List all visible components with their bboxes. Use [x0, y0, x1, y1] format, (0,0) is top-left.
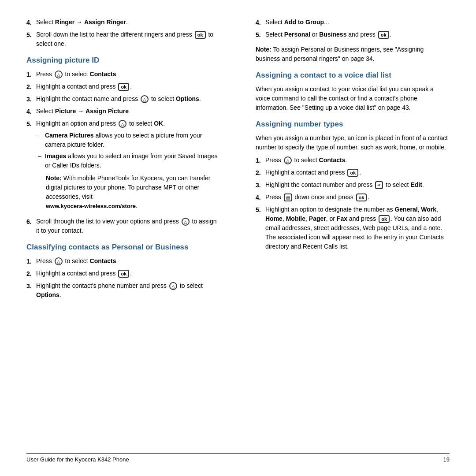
- note-label: Note:: [256, 46, 271, 53]
- sub-list: – Camera Pictures allows you to select a…: [36, 131, 220, 170]
- step-item: 2. Highlight a contact and press ok.: [256, 168, 450, 178]
- scroll-icon: ▤: [284, 193, 292, 201]
- step-num: 5.: [26, 119, 36, 214]
- menu-icon: △: [55, 257, 63, 265]
- bold-text: Options: [176, 95, 199, 102]
- sub-dash: –: [36, 152, 45, 170]
- step-item: 3. Highlight the contact number and pres…: [256, 180, 450, 190]
- step-content: Press ▤ down once and press ok.: [265, 193, 450, 202]
- step-num: 3.: [26, 94, 36, 104]
- bold-text: Ringer: [55, 19, 74, 26]
- step-num: 1.: [256, 156, 265, 165]
- step-num: 5.: [256, 205, 265, 251]
- step-num: 5.: [26, 30, 36, 48]
- ok-icon: ok: [356, 193, 367, 201]
- ok-icon: ok: [379, 215, 390, 223]
- menu-icon: △: [169, 282, 177, 290]
- voice-dial-body: When you assign a contact to your voice …: [256, 85, 450, 112]
- menu-icon: △: [141, 95, 149, 103]
- bold-text: Work: [421, 206, 436, 213]
- column-right: 4. Select Add to Group... 5. Select Pers…: [247, 18, 450, 446]
- step-content: Highlight a contact and press ok.: [36, 82, 220, 92]
- step-num: 4.: [26, 18, 36, 27]
- step-content: Highlight an option and press △ to selec…: [36, 119, 220, 214]
- sub-item: – Images allows you to select an image f…: [36, 152, 220, 170]
- step-num: 1.: [26, 257, 36, 266]
- step-content: Scroll through the list to view your opt…: [36, 217, 220, 235]
- note-block: Note: With mobile PhoneTools for Kyocera…: [46, 174, 220, 211]
- step-item: 1. Press △ to select Contacts.: [26, 70, 220, 79]
- step-content: Highlight an option to designate the num…: [265, 205, 450, 251]
- sub-content: Images allows you to select an image fro…: [45, 152, 220, 170]
- step-num: 3.: [26, 281, 36, 300]
- bold-text: Add to Group: [284, 19, 324, 26]
- step-item: 3. Highlight the contact's phone number …: [26, 281, 220, 300]
- step-num: 2.: [26, 82, 36, 92]
- step-item: 2. Highlight a contact and press ok.: [26, 82, 220, 92]
- bold-text: Contacts: [319, 156, 346, 164]
- bold-text: Options: [36, 291, 60, 298]
- bold-text: Picture: [55, 108, 76, 115]
- step-item: 1. Press △ to select Contacts.: [26, 257, 220, 266]
- phone-icon: ↫: [375, 181, 383, 189]
- step-item: 4. Press ▤ down once and press ok.: [256, 193, 450, 202]
- sub-dash: –: [36, 131, 45, 149]
- bold-text: Edit: [410, 181, 422, 188]
- bold-text: Images: [45, 152, 66, 160]
- bold-text: OK: [154, 120, 163, 127]
- step-item: 4. Select Ringer → Assign Ringer.: [26, 18, 220, 27]
- bold-text: Assign Picture: [86, 108, 129, 115]
- menu-icon: △: [182, 218, 190, 226]
- step-content: Select Add to Group...: [265, 18, 450, 27]
- bold-text: Fax: [337, 215, 347, 222]
- ok-icon: ok: [118, 83, 129, 91]
- bold-text: Assign Ringer: [84, 19, 126, 26]
- step-item: 5. Highlight an option and press △ to se…: [26, 119, 220, 214]
- step-item: 4. Select Picture → Assign Picture: [26, 107, 220, 116]
- step-content: Select Personal or Business and press ok…: [265, 30, 450, 40]
- step-num: 2.: [26, 269, 36, 279]
- ok-icon: ok: [347, 169, 358, 177]
- step-content: Scroll down the list to hear the differe…: [36, 30, 220, 48]
- content-area: 4. Select Ringer → Assign Ringer. 5. Scr…: [26, 18, 450, 446]
- step-content: Highlight the contact number and press ↫…: [265, 180, 450, 190]
- step-content: Highlight the contact name and press △ t…: [36, 94, 220, 104]
- bold-text: Camera Pictures: [45, 132, 94, 139]
- step-num: 4.: [256, 193, 265, 202]
- website-link: www.kyocera-wireless.com/store: [46, 203, 136, 209]
- sub-content: Camera Pictures allows you to select a p…: [45, 131, 220, 149]
- intro-steps-right: 4. Select Add to Group... 5. Select Pers…: [256, 18, 450, 40]
- ok-icon: ok: [195, 31, 206, 39]
- bold-text: Contacts: [90, 257, 116, 264]
- step-num: 4.: [256, 18, 265, 27]
- number-types-steps: 1. Press △ to select Contacts. 2. Highli…: [256, 156, 450, 251]
- bold-text: General: [394, 206, 417, 213]
- menu-icon: △: [119, 120, 126, 128]
- menu-icon: △: [284, 156, 292, 164]
- note-label: Note:: [46, 175, 62, 182]
- step-num: 6.: [26, 217, 36, 235]
- section-title-picture-id: Assigning picture ID: [26, 56, 220, 65]
- note-paragraph: Note: To assign Personal or Business rin…: [256, 45, 450, 63]
- step-item: 5. Select Personal or Business and press…: [256, 30, 450, 40]
- bold-text: Mobile: [286, 215, 305, 222]
- bold-text: Contacts: [90, 71, 116, 78]
- sub-item: – Camera Pictures allows you to select a…: [36, 131, 220, 149]
- step-content: Highlight a contact and press ok.: [265, 168, 450, 178]
- step-item: 6. Scroll through the list to view your …: [26, 217, 220, 235]
- step-item: 1. Press △ to select Contacts.: [256, 156, 450, 165]
- step-num: 2.: [256, 168, 265, 178]
- bold-text: Personal: [284, 31, 310, 38]
- step-item: 4. Select Add to Group...: [256, 18, 450, 27]
- ok-icon: ok: [118, 270, 129, 278]
- page: 4. Select Ringer → Assign Ringer. 5. Scr…: [0, 0, 476, 476]
- section-title-voice-dial: Assigning a contact to a voice dial list: [256, 71, 450, 80]
- section-title-number-types: Assigning number types: [256, 119, 450, 129]
- step-content: Select Picture → Assign Picture: [36, 107, 220, 116]
- step-num: 1.: [26, 70, 36, 79]
- step-num: 3.: [256, 180, 265, 190]
- arrow: →: [78, 108, 84, 115]
- step-content: Highlight the contact's phone number and…: [36, 281, 220, 300]
- footer: User Guide for the Kyocera K342 Phone 19: [26, 453, 450, 463]
- ok-icon: ok: [378, 31, 389, 39]
